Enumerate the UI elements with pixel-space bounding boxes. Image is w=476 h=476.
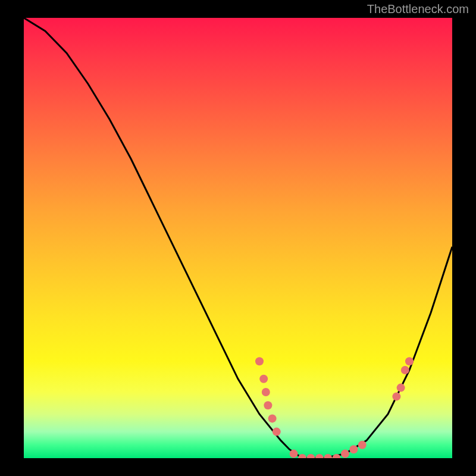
bottleneck-curve-svg [24,18,452,458]
curve-marker [405,357,414,365]
chart-plot-area [24,18,452,458]
curve-marker [392,392,400,400]
curve-marker [341,450,349,458]
curve-marker [268,414,277,422]
attribution-text: TheBottleneck.com [367,2,469,16]
curve-marker [290,450,298,458]
curve-marker [397,384,405,392]
curve-marker [401,366,409,374]
curve-marker [264,401,272,409]
curve-marker [306,454,315,458]
curve-marker [273,428,281,436]
curve-marker [349,445,358,453]
curve-marker [324,454,332,458]
curve-marker [315,454,324,458]
curve-marker [255,357,264,365]
curve-marker [262,388,270,396]
curve-marker [298,454,306,458]
curve-marker [358,441,367,449]
curve-markers [255,357,414,458]
curve-marker [259,375,268,383]
bottleneck-curve-line [24,18,452,458]
